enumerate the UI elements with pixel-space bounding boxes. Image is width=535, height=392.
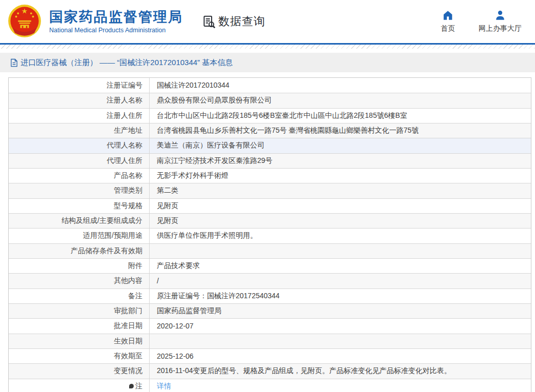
row-label: 产品储存条件及有效期	[9, 244, 150, 258]
table-row: 代理人住所南京江宁经济技术开发区秦淮路29号	[9, 153, 531, 168]
table-row: 变更情况2016-11-04变更后的型号、规格及产品组成，见附页。产品标准变化见…	[9, 363, 531, 378]
row-label: 备注	[9, 289, 150, 303]
nav-item-online-hall[interactable]: 网上办事大厅	[479, 10, 522, 33]
row-label: 型号规格	[9, 199, 150, 213]
info-table: 注册证编号国械注许20172010344注册人名称鼎众股份有限公司鼎眾股份有限公…	[8, 77, 531, 392]
agency-title-block: 国家药品监督管理局 National Medical Products Admi…	[49, 9, 183, 33]
row-label: 注册人名称	[9, 93, 150, 108]
table-row: 生效日期	[9, 334, 531, 348]
row-value: 第二类	[150, 186, 531, 195]
table-row: 管理类别第二类	[9, 183, 531, 198]
row-value: 台湾省桃园县龟山乡乐善村文化一路75号 臺灣省桃園縣龜山鄉樂善村文化一路75號	[150, 126, 531, 135]
row-label: 代理人名称	[9, 138, 150, 153]
row-label: 生产地址	[9, 123, 150, 138]
nav-item-home[interactable]: 首页	[441, 10, 455, 33]
table-row: 产品储存条件及有效期	[9, 243, 531, 258]
nav-item-label: 首页	[441, 24, 455, 33]
row-value: 国家药品监督管理局	[150, 306, 531, 316]
data-query-section[interactable]: 数据查询	[202, 14, 265, 29]
row-label: 管理类别	[9, 183, 150, 198]
row-label: 有效期至	[9, 349, 150, 363]
table-row: 注册人名称鼎众股份有限公司鼎眾股份有限公司	[9, 93, 531, 108]
home-icon	[442, 10, 454, 21]
nav-item-label: 网上办事大厅	[479, 24, 522, 33]
header-nav: 首页 网上办事大厅	[441, 10, 522, 33]
table-row: 适用范围/预期用途供医疗单位作医用手术照明用。	[9, 228, 531, 243]
row-label: 注册人住所	[9, 109, 150, 123]
row-value: 见附页	[150, 216, 531, 225]
agency-name-en: National Medical Products Administration	[49, 27, 183, 34]
row-label: 变更情况	[9, 364, 150, 378]
detail-link[interactable]: 详情	[157, 382, 171, 390]
table-row: 审批部门国家药品监督管理局	[9, 303, 531, 318]
table-row: 其他内容/	[9, 273, 531, 288]
spacer	[0, 72, 535, 77]
table-row: 批准日期2020-12-07	[9, 318, 531, 333]
row-value: 2025-12-06	[150, 352, 531, 360]
row-value: 详情	[150, 382, 531, 391]
user-icon	[495, 10, 506, 21]
table-row: 备注原注册证编号：国械注许20172540344	[9, 288, 531, 303]
note-icon	[129, 384, 134, 388]
site-header: 国家药品监督管理局 National Medical Products Admi…	[0, 0, 535, 43]
row-label: 批准日期	[9, 319, 150, 333]
agency-name-cn: 国家药品监督管理局	[49, 9, 183, 25]
page-title: 进口医疗器械（注册） —— “国械注许20172010344” 基本信息	[20, 58, 233, 68]
row-label: 适用范围/预期用途	[9, 229, 150, 243]
page-title-bar: 进口医疗器械（注册） —— “国械注许20172010344” 基本信息	[0, 53, 535, 72]
row-value: 产品技术要求	[150, 261, 531, 271]
table-row: 注册证编号国械注许20172010344	[9, 78, 531, 93]
row-value: 台北市中山区中山北路2段185号6楼B室臺北市中山區中山北路2段185號6樓B室	[150, 111, 531, 120]
row-value: 原注册证编号：国械注许20172540344	[150, 292, 531, 301]
table-row: 生产地址台湾省桃园县龟山乡乐善村文化一路75号 臺灣省桃園縣龜山鄉樂善村文化一路…	[9, 123, 531, 138]
table-row: 注册人住所台北市中山区中山北路2段185号6楼B室臺北市中山區中山北路2段185…	[9, 108, 531, 123]
row-value: 2020-12-07	[150, 322, 531, 330]
document-search-icon	[202, 15, 216, 29]
row-label: 产品名称	[9, 169, 150, 183]
row-label: 审批部门	[9, 304, 150, 318]
data-query-label: 数据查询	[218, 14, 265, 29]
row-value: 供医疗单位作医用手术照明用。	[150, 231, 531, 240]
table-row: 代理人名称美迪兰（南京）医疗设备有限公司	[9, 138, 531, 153]
table-row: 注详情	[9, 379, 531, 392]
row-value: 2016-11-04变更后的型号、规格及产品组成，见附页。产品标准变化见产品标准…	[150, 366, 531, 376]
row-label: 附件	[9, 259, 150, 273]
spacer	[0, 49, 535, 53]
row-label: 其他内容	[9, 274, 150, 288]
table-row: 产品名称无影手术灯外科手術燈	[9, 168, 531, 183]
row-value: 南京江宁经济技术开发区秦淮路29号	[150, 156, 531, 166]
row-label: 结构及组成/主要组成成分	[9, 214, 150, 228]
row-value: 美迪兰（南京）医疗设备有限公司	[150, 141, 531, 150]
row-label: 注册证编号	[9, 78, 150, 93]
row-label: 注	[9, 379, 150, 392]
document-icon	[10, 58, 18, 67]
table-row: 型号规格见附页	[9, 198, 531, 213]
table-row: 结构及组成/主要组成成分见附页	[9, 213, 531, 228]
table-row: 有效期至2025-12-06	[9, 348, 531, 363]
row-value: 无影手术灯外科手術燈	[150, 171, 531, 180]
row-value: 国械注许20172010344	[150, 81, 531, 90]
row-label: 生效日期	[9, 334, 150, 348]
table-row: 附件产品技术要求	[9, 258, 531, 273]
hatch-strip	[0, 45, 535, 49]
row-label: 代理人住所	[9, 154, 150, 168]
row-value: /	[150, 277, 531, 285]
row-value: 鼎众股份有限公司鼎眾股份有限公司	[150, 96, 531, 105]
row-value: 见附页	[150, 201, 531, 211]
national-emblem-logo	[7, 4, 42, 39]
